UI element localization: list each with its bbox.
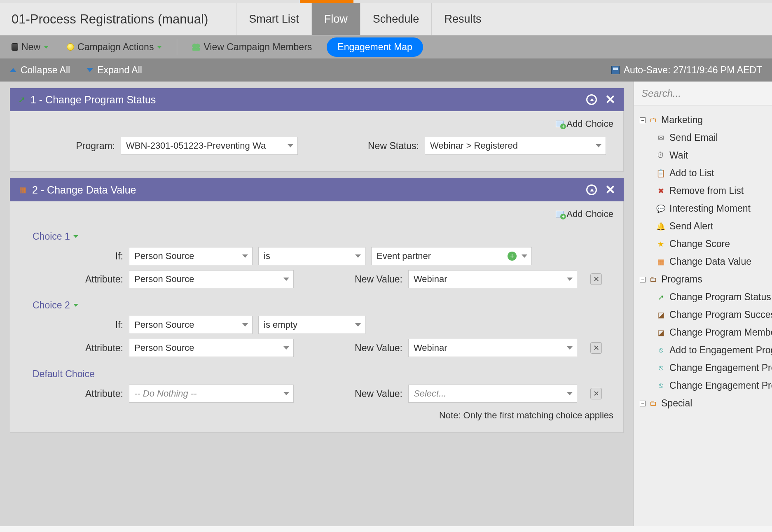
tree-item-add-to-list[interactable]: 📋Add to List: [638, 164, 772, 182]
toolbar-divider: [177, 39, 177, 55]
if-operator-select[interactable]: is: [258, 247, 365, 265]
tree-item-send-alert[interactable]: 🔔Send Alert: [638, 217, 772, 235]
step-2-body: Add Choice Choice 1 If: Person Source is…: [10, 201, 624, 433]
bulb-icon: [67, 43, 74, 51]
attribute-label: Attribute:: [20, 343, 123, 354]
leaf-label: Remove from List: [669, 185, 744, 196]
attribute-select[interactable]: -- Do Nothing --: [129, 385, 294, 403]
add-choice-button[interactable]: Add Choice: [20, 209, 613, 219]
member-icon: ◪: [656, 328, 665, 337]
tree-group-programs[interactable]: − 🗀 Programs: [638, 271, 772, 288]
data-icon: ▦: [656, 257, 665, 266]
attribute-value: Person Source: [134, 343, 194, 353]
tab-results[interactable]: Results: [431, 3, 494, 35]
tree-item-change-score[interactable]: ★Change Score: [638, 235, 772, 253]
tab-smart-list[interactable]: Smart List: [236, 3, 311, 35]
attribute-select[interactable]: Person Source: [129, 339, 294, 357]
choice-note: Note: Only the first matching choice app…: [20, 410, 613, 421]
tree-item-wait[interactable]: ⏱Wait: [638, 147, 772, 164]
if-operator-value: is empty: [264, 320, 297, 330]
step-1-header[interactable]: ➚ 1 - Change Program Status ✕: [10, 88, 624, 111]
active-tab-accent: [300, 0, 353, 3]
tree-item-change-program-success[interactable]: ◪Change Program Success: [638, 306, 772, 324]
leaf-label: Send Alert: [669, 221, 713, 232]
change-data-value-icon: ▦: [18, 185, 27, 194]
new-value-select[interactable]: Webinar: [408, 270, 577, 288]
engagement-map-label: Engagement Map: [337, 42, 412, 53]
new-menu[interactable]: New: [8, 40, 52, 54]
folder-icon: 🗀: [649, 275, 658, 284]
new-value-label: New Value:: [337, 274, 402, 285]
delete-choice-button[interactable]: ✕: [590, 273, 602, 285]
tree-item-add-to-engagement[interactable]: ⎋Add to Engagement Program: [638, 341, 772, 359]
add-choice-button[interactable]: Add Choice: [20, 119, 613, 129]
default-choice-text: Default Choice: [33, 369, 95, 380]
new-status-value: Webinar > Registered: [430, 140, 518, 151]
view-campaign-members-button[interactable]: View Campaign Members: [189, 40, 315, 54]
chevron-down-icon: [355, 323, 361, 327]
expand-all-button[interactable]: Expand All: [87, 65, 142, 76]
status-icon: ➚: [656, 293, 665, 302]
delete-choice-button[interactable]: ✕: [590, 388, 602, 399]
subtoolbar: Collapse All Expand All Auto-Save: 27/11…: [0, 58, 772, 82]
campaign-actions-menu[interactable]: Campaign Actions: [63, 40, 165, 54]
tree-item-remove-from-list[interactable]: ✖Remove from List: [638, 182, 772, 200]
tab-flow[interactable]: Flow: [311, 3, 360, 35]
caret-down-icon: [157, 46, 162, 49]
tree-item-change-program-status[interactable]: ➚Change Program Status: [638, 288, 772, 306]
tree-group-special[interactable]: − 🗀 Special: [638, 394, 772, 412]
chevron-down-icon: [355, 254, 361, 258]
caret-down-icon: [73, 304, 78, 307]
close-icon[interactable]: ✕: [605, 94, 615, 105]
action-tree: − 🗀 Marketing ✉Send Email ⏱Wait 📋Add to …: [634, 105, 772, 418]
tree-item-change-engagement-stream[interactable]: ⎋Change Engagement Program Stream: [638, 359, 772, 377]
collapse-icon: −: [640, 277, 646, 282]
tree-item-send-email[interactable]: ✉Send Email: [638, 129, 772, 147]
if-operator-select[interactable]: is empty: [258, 316, 365, 334]
tree-item-change-engagement-cadence[interactable]: ⎋Change Engagement Program Cadence: [638, 377, 772, 394]
new-status-select[interactable]: Webinar > Registered: [425, 137, 606, 155]
toolbar: New Campaign Actions View Campaign Membe…: [0, 35, 772, 58]
tree-item-change-program-member[interactable]: ◪Change Program Member Data: [638, 324, 772, 341]
move-up-icon[interactable]: [586, 94, 597, 105]
move-up-icon[interactable]: [586, 184, 597, 195]
step-1-title: ➚ 1 - Change Program Status: [18, 94, 156, 106]
choice-1-label[interactable]: Choice 1: [33, 231, 613, 242]
autosave-status: Auto-Save: 27/11/9:46 PM AEDT: [611, 65, 762, 76]
chevron-down-icon: [283, 346, 289, 350]
group-label: Special: [661, 398, 692, 409]
collapse-all-button[interactable]: Collapse All: [10, 65, 70, 76]
leaf-label: Interesting Moment: [669, 203, 751, 214]
success-icon: ◪: [656, 310, 665, 320]
tab-schedule[interactable]: Schedule: [360, 3, 432, 35]
triangle-up-icon: [10, 68, 16, 72]
if-value-select[interactable]: Event partner +: [371, 247, 532, 265]
chevron-down-icon: [567, 346, 573, 350]
tree-item-change-data-value[interactable]: ▦Change Data Value: [638, 253, 772, 271]
step-2-header[interactable]: ▦ 2 - Change Data Value ✕: [10, 178, 624, 201]
close-icon[interactable]: ✕: [605, 184, 615, 195]
collapse-all-label: Collapse All: [21, 65, 70, 76]
top-accent-strip: [0, 0, 772, 3]
if-field-select[interactable]: Person Source: [129, 316, 253, 334]
add-choice-label: Add Choice: [566, 209, 613, 219]
program-select[interactable]: WBN-2301-051223-Preventing Wa: [121, 137, 298, 155]
engagement-map-button[interactable]: Engagement Map: [327, 37, 423, 57]
main-layout: ➚ 1 - Change Program Status ✕ Add Choice…: [0, 82, 772, 526]
tree-item-interesting-moment[interactable]: 💬Interesting Moment: [638, 200, 772, 217]
engagement-add-icon: ⎋: [656, 346, 665, 355]
new-value-select[interactable]: Webinar: [408, 339, 577, 357]
add-value-icon[interactable]: +: [508, 252, 517, 261]
if-field-select[interactable]: Person Source: [129, 247, 253, 265]
new-value-select[interactable]: Select...: [408, 385, 577, 403]
leaf-label: Change Engagement Program Stream: [669, 362, 772, 373]
leaf-label: Change Program Success: [669, 309, 772, 320]
delete-choice-button[interactable]: ✕: [590, 342, 602, 354]
attribute-label: Attribute:: [20, 388, 123, 399]
if-field-value: Person Source: [134, 320, 194, 330]
sidebar-search-input[interactable]: Search...: [634, 82, 772, 105]
attribute-select[interactable]: Person Source: [129, 270, 294, 288]
choice-2-label[interactable]: Choice 2: [33, 300, 613, 311]
view-members-label: View Campaign Members: [204, 42, 312, 53]
tree-group-marketing[interactable]: − 🗀 Marketing: [638, 111, 772, 129]
